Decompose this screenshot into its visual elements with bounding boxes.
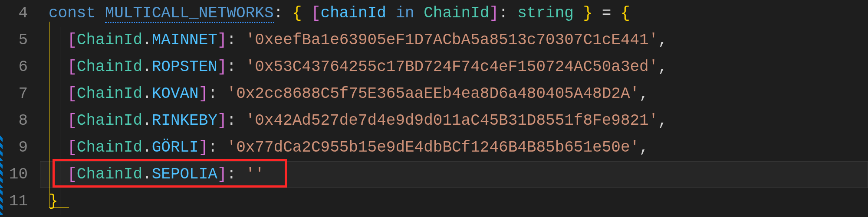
code-token: ChainId <box>77 85 142 103</box>
code-token: ] <box>217 31 227 49</box>
code-line[interactable]: 5 [ChainId.MAINNET]: '0xeefBa1e63905eF1D… <box>0 27 868 54</box>
code-token: : <box>227 58 246 76</box>
code-token: [ <box>67 58 77 76</box>
code-line[interactable]: 10 [ChainId.SEPOLIA]: '' <box>0 161 868 188</box>
code-token: MULTICALL_NETWORKS <box>105 4 274 23</box>
code-token: ChainId <box>77 112 142 130</box>
code-token: [ <box>67 112 77 130</box>
code-token: '0xeefBa1e63905eF1D7ACbA5a8513c70307C1cE… <box>246 31 658 49</box>
code-token: '0x77dCa2C955b15e9dE4dbBCf1246B4B85b651e… <box>227 139 640 156</box>
code-token: KOVAN <box>152 85 199 103</box>
code-token: ChainId <box>424 4 489 22</box>
code-token: , <box>639 85 649 103</box>
code-editor[interactable]: 4const MULTICALL_NETWORKS: { [chainId in… <box>0 0 868 217</box>
code-content[interactable]: } <box>40 188 868 215</box>
code-token: [ <box>67 165 77 183</box>
code-token: ] <box>199 139 208 156</box>
code-token: . <box>142 31 152 49</box>
line-number: 8 <box>0 107 40 134</box>
code-token: '' <box>246 165 264 183</box>
code-token: } <box>49 192 58 210</box>
code-token: SEPOLIA <box>152 165 217 183</box>
code-line[interactable]: 11} <box>0 188 868 215</box>
code-content[interactable]: [ChainId.SEPOLIA]: '' <box>40 161 868 188</box>
code-content[interactable]: [ChainId.RINKEBY]: '0x42Ad527de7d4e9d9d0… <box>40 107 868 134</box>
code-token: chainId <box>321 4 396 22</box>
line-number: 5 <box>0 27 40 54</box>
code-content[interactable]: const MULTICALL_NETWORKS: { [chainId in … <box>40 0 868 27</box>
code-token: : <box>227 31 246 49</box>
code-token: . <box>142 165 152 183</box>
code-token: ROPSTEN <box>152 58 217 76</box>
code-token: ] <box>217 58 227 76</box>
code-token: ] <box>217 165 227 183</box>
code-token: : <box>274 4 293 22</box>
code-token: . <box>142 85 152 103</box>
code-token: : <box>208 85 227 103</box>
code-token: ] <box>217 112 227 130</box>
code-token: { <box>293 4 302 22</box>
code-token: ChainId <box>77 31 142 49</box>
code-line[interactable]: 4const MULTICALL_NETWORKS: { [chainId in… <box>0 0 868 27</box>
code-token: { <box>621 4 630 22</box>
line-number: 9 <box>0 134 40 161</box>
code-token: [ <box>67 85 77 103</box>
code-token: ChainId <box>77 165 142 183</box>
code-content[interactable]: [ChainId.MAINNET]: '0xeefBa1e63905eF1D7A… <box>40 27 868 54</box>
line-number: 6 <box>0 54 40 81</box>
code-line[interactable]: 8 [ChainId.RINKEBY]: '0x42Ad527de7d4e9d9… <box>0 107 868 134</box>
code-token: RINKEBY <box>152 112 217 130</box>
code-token: : <box>227 165 246 183</box>
code-token: . <box>142 139 152 156</box>
code-token: GÖRLI <box>152 139 199 156</box>
code-token: , <box>658 58 667 76</box>
code-token: in <box>395 4 424 22</box>
code-token: [ <box>67 31 77 49</box>
code-token: : <box>208 139 227 156</box>
code-token: [ <box>311 4 321 22</box>
code-line[interactable]: 7 [ChainId.KOVAN]: '0x2cc8688C5f75E365aa… <box>0 81 868 107</box>
code-token: : <box>499 4 517 22</box>
line-number: 7 <box>0 81 40 107</box>
code-content[interactable]: [ChainId.KOVAN]: '0x2cc8688C5f75E365aaEE… <box>40 81 868 107</box>
line-number: 10 <box>0 161 40 188</box>
code-token: const <box>49 4 105 22</box>
code-token: , <box>658 112 667 130</box>
code-token: ChainId <box>77 139 142 156</box>
code-content[interactable]: [ChainId.ROPSTEN]: '0x53C43764255c17BD72… <box>40 54 868 81</box>
code-token: [ <box>67 139 77 156</box>
code-token: . <box>142 58 152 76</box>
code-line[interactable]: 6 [ChainId.ROPSTEN]: '0x53C43764255c17BD… <box>0 54 868 81</box>
code-token: string <box>517 4 574 22</box>
code-token: = <box>592 4 621 22</box>
code-token: , <box>658 31 667 49</box>
line-number: 4 <box>0 0 40 27</box>
code-token: ChainId <box>77 58 142 76</box>
code-token <box>574 4 583 22</box>
code-token: '0x53C43764255c17BD724F74c4eF150724AC50a… <box>246 58 658 76</box>
code-token: '0x42Ad527de7d4e9d9d011aC45B31D8551f8Fe9… <box>246 112 658 130</box>
code-line[interactable]: 9 [ChainId.GÖRLI]: '0x77dCa2C955b15e9dE4… <box>0 134 868 161</box>
code-token: } <box>583 4 592 22</box>
code-token: , <box>639 139 649 156</box>
code-token <box>302 4 311 22</box>
code-token: '0x2cc8688C5f75E365aaEEb4ea8D6a480405A48… <box>227 85 640 103</box>
code-token: . <box>142 112 152 130</box>
line-number: 11 <box>0 188 40 215</box>
code-token: ] <box>489 4 499 22</box>
code-token: ] <box>199 85 208 103</box>
code-token: : <box>227 112 246 130</box>
code-token: MAINNET <box>152 31 217 49</box>
code-content[interactable]: [ChainId.GÖRLI]: '0x77dCa2C955b15e9dE4db… <box>40 134 868 161</box>
